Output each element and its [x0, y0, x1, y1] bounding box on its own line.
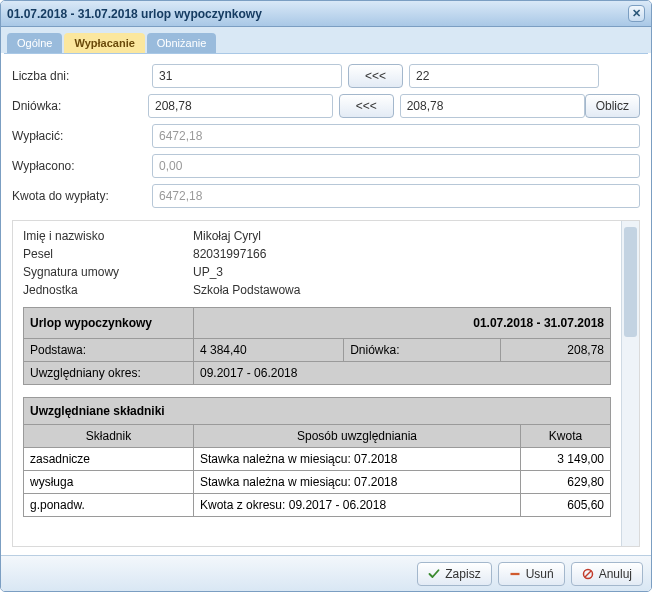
summary-base-label: Podstawa: — [24, 339, 194, 362]
calculate-label: Oblicz — [596, 99, 629, 113]
days-transfer-button[interactable]: <<< — [348, 64, 403, 88]
summary-table: Urlop wypoczynkowy 01.07.2018 - 31.07.20… — [23, 307, 611, 385]
comp-name: zasadnicze — [24, 448, 194, 471]
summary-range-label: Uwzględniany okres: — [24, 362, 194, 385]
components-title: Uwzględniane składniki — [24, 398, 611, 425]
save-button[interactable]: Zapisz — [417, 562, 491, 586]
titlebar: 01.07.2018 - 31.07.2018 urlop wypoczynko… — [1, 1, 651, 27]
rate-input[interactable] — [148, 94, 333, 118]
info-pesel-value: 82031997166 — [193, 245, 300, 263]
delete-button[interactable]: Usuń — [498, 562, 565, 586]
details-scroll[interactable]: Imię i nazwisko Pesel Sygnatura umowy Je… — [13, 221, 621, 546]
tab-general-label: Ogólne — [17, 37, 52, 49]
comp-method: Stawka należna w miesiącu: 07.2018 — [194, 471, 521, 494]
days-input[interactable] — [152, 64, 342, 88]
vertical-scrollbar[interactable] — [621, 221, 639, 546]
calculate-button[interactable]: Oblicz — [585, 94, 640, 118]
rate-alt-input[interactable] — [400, 94, 585, 118]
comp-name: wysługa — [24, 471, 194, 494]
cancel-label: Anuluj — [599, 567, 632, 581]
summary-range-value: 09.2017 - 06.2018 — [194, 362, 611, 385]
summary-rate-label: Dniówka: — [344, 339, 501, 362]
info-unit-label: Jednostka — [23, 281, 193, 299]
info-contract-label: Sygnatura umowy — [23, 263, 193, 281]
paid-input — [152, 154, 640, 178]
info-unit-value: Szkoła Podstawowa — [193, 281, 300, 299]
remaining-input — [152, 184, 640, 208]
svg-line-2 — [585, 571, 591, 577]
minus-icon — [509, 568, 521, 580]
dialog-window: 01.07.2018 - 31.07.2018 urlop wypoczynko… — [0, 0, 652, 592]
comp-method: Stawka należna w miesiącu: 07.2018 — [194, 448, 521, 471]
to-pay-input — [152, 124, 640, 148]
summary-base-value: 4 384,40 — [194, 339, 344, 362]
table-row: g.ponadw.Kwota z okresu: 09.2017 - 06.20… — [24, 494, 611, 517]
info-name-value: Mikołaj Cyryl — [193, 227, 300, 245]
transfer-icon: <<< — [356, 99, 377, 113]
check-icon — [428, 568, 440, 580]
comp-amount: 3 149,00 — [521, 448, 611, 471]
tab-strip: Ogólne Wypłacanie Obniżanie — [1, 27, 651, 53]
rate-label: Dniówka: — [12, 99, 148, 113]
tab-lowering[interactable]: Obniżanie — [147, 33, 217, 53]
table-row: zasadniczeStawka należna w miesiącu: 07.… — [24, 448, 611, 471]
summary-period: 01.07.2018 - 31.07.2018 — [194, 308, 611, 339]
summary-rate-value: 208,78 — [501, 339, 611, 362]
details-panel: Imię i nazwisko Pesel Sygnatura umowy Je… — [12, 220, 640, 547]
info-pesel-label: Pesel — [23, 245, 193, 263]
comp-amount: 605,60 — [521, 494, 611, 517]
window-title: 01.07.2018 - 31.07.2018 urlop wypoczynko… — [7, 7, 262, 21]
info-name-label: Imię i nazwisko — [23, 227, 193, 245]
paid-label: Wypłacono: — [12, 159, 152, 173]
comp-method: Kwota z okresu: 09.2017 - 06.2018 — [194, 494, 521, 517]
tab-lowering-label: Obniżanie — [157, 37, 207, 49]
to-pay-label: Wypłacić: — [12, 129, 152, 143]
col-component: Składnik — [24, 425, 194, 448]
rate-transfer-button[interactable]: <<< — [339, 94, 394, 118]
days-label: Liczba dni: — [12, 69, 152, 83]
cancel-button[interactable]: Anuluj — [571, 562, 643, 586]
close-icon: ✕ — [632, 8, 641, 19]
summary-title: Urlop wypoczynkowy — [24, 308, 194, 339]
days-alt-input[interactable] — [409, 64, 599, 88]
col-amount: Kwota — [521, 425, 611, 448]
col-method: Sposób uwzględniania — [194, 425, 521, 448]
comp-name: g.ponadw. — [24, 494, 194, 517]
components-table: Uwzględniane składniki Składnik Sposób u… — [23, 397, 611, 517]
table-row: wysługaStawka należna w miesiącu: 07.201… — [24, 471, 611, 494]
tab-payout-label: Wypłacanie — [74, 37, 134, 49]
comp-amount: 629,80 — [521, 471, 611, 494]
tab-general[interactable]: Ogólne — [7, 33, 62, 53]
save-label: Zapisz — [445, 567, 480, 581]
svg-rect-0 — [510, 572, 519, 574]
button-bar: Zapisz Usuń Anuluj — [1, 555, 651, 591]
info-contract-value: UP_3 — [193, 263, 300, 281]
content-area: Liczba dni: <<< Dniówka: <<< Oblicz Wypł… — [4, 53, 648, 555]
close-button[interactable]: ✕ — [628, 5, 645, 22]
delete-label: Usuń — [526, 567, 554, 581]
scrollbar-thumb[interactable] — [624, 227, 637, 337]
tab-payout[interactable]: Wypłacanie — [64, 33, 144, 53]
person-info: Imię i nazwisko Pesel Sygnatura umowy Je… — [23, 227, 611, 299]
cancel-icon — [582, 568, 594, 580]
transfer-icon: <<< — [365, 69, 386, 83]
remaining-label: Kwota do wypłaty: — [12, 189, 152, 203]
